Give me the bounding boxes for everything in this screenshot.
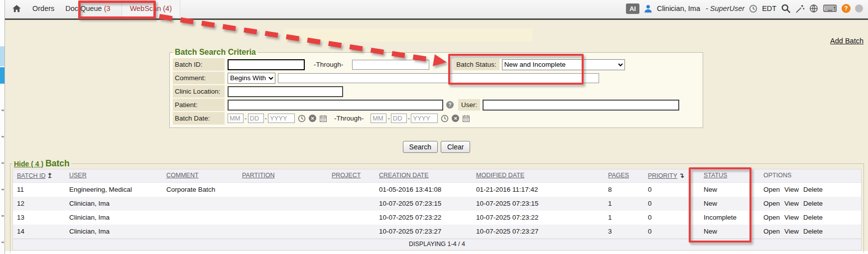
column-label: PAGES bbox=[608, 172, 629, 179]
webscan-label: WebScan bbox=[130, 4, 161, 12]
comment-operator-select[interactable]: Begins With bbox=[228, 73, 275, 84]
view-link[interactable]: View bbox=[784, 200, 799, 207]
comment-input[interactable] bbox=[278, 73, 599, 83]
delete-link[interactable]: Delete bbox=[803, 214, 823, 221]
table-row: 11 Engineering, Medical Corporate Batch … bbox=[13, 183, 861, 197]
globe-icon[interactable] bbox=[809, 4, 818, 13]
cell-user: Clinician, Ima bbox=[65, 225, 162, 239]
cell-comment: Corporate Batch bbox=[162, 183, 238, 197]
open-link[interactable]: Open bbox=[763, 186, 780, 193]
search-button[interactable]: Search bbox=[403, 141, 438, 153]
clear-date-icon[interactable]: ✕ bbox=[452, 115, 459, 122]
date-from-month-input[interactable] bbox=[228, 114, 244, 123]
hide-batch-link[interactable]: Hide ( 4 ) bbox=[14, 160, 43, 168]
column-label: PROJECT bbox=[332, 172, 361, 179]
nav-item-orders[interactable]: Orders bbox=[32, 4, 54, 12]
patient-input[interactable] bbox=[228, 100, 443, 111]
keyboard-icon[interactable]: ⌨ bbox=[823, 3, 837, 13]
batch-id-to-input[interactable] bbox=[352, 60, 429, 70]
nav-item-doc-queue[interactable]: Doc Queue (3 bbox=[65, 4, 110, 12]
doc-queue-label: Doc Queue bbox=[65, 4, 102, 12]
cell-batch-id: 14 bbox=[13, 225, 65, 239]
calendar-icon[interactable] bbox=[319, 115, 327, 123]
column-header-status[interactable]: STATUS bbox=[700, 169, 759, 182]
user-input[interactable] bbox=[483, 100, 679, 111]
column-header-user[interactable]: USER bbox=[65, 169, 162, 182]
date-to-month-input[interactable] bbox=[371, 114, 386, 123]
date-separator: - bbox=[387, 115, 390, 122]
date-to-day-input[interactable] bbox=[391, 114, 407, 123]
cell-status: New bbox=[700, 197, 759, 211]
batch-status-select[interactable]: New and Incomplete bbox=[502, 59, 625, 70]
cell-partition bbox=[238, 211, 328, 225]
view-link[interactable]: View bbox=[784, 214, 799, 221]
batch-id-from-input[interactable] bbox=[228, 59, 305, 70]
clear-date-icon[interactable]: ✕ bbox=[309, 115, 316, 122]
cell-priority: 0 bbox=[644, 211, 700, 225]
comment-content: Begins With bbox=[225, 73, 700, 84]
user-role: - SuperUser bbox=[706, 4, 744, 12]
batch-table: BATCH ID↥ USER COMMENT PARTITION PROJECT… bbox=[12, 169, 862, 251]
cell-priority: 0 bbox=[644, 197, 700, 211]
time-picker-icon[interactable] bbox=[441, 115, 449, 123]
cell-pages: 3 bbox=[604, 225, 644, 239]
time-picker-icon[interactable] bbox=[298, 115, 306, 123]
delete-link[interactable]: Delete bbox=[803, 186, 823, 193]
cell-comment bbox=[162, 225, 238, 239]
table-pagination-footer: DISPLAYING 1-4 / 4 bbox=[13, 239, 861, 250]
date-from-year-input[interactable] bbox=[268, 114, 295, 123]
cell-creation-date: 10-07-2025 07:23:22 bbox=[375, 211, 472, 225]
column-label: COMMENT bbox=[166, 172, 199, 179]
delete-link[interactable]: Delete bbox=[803, 200, 823, 207]
column-header-comment[interactable]: COMMENT bbox=[162, 169, 238, 182]
date-from-day-input[interactable] bbox=[248, 114, 264, 123]
open-link[interactable]: Open bbox=[763, 214, 780, 221]
view-link[interactable]: View bbox=[784, 228, 799, 235]
through-label: -Through- bbox=[314, 61, 343, 68]
left-edge-strip bbox=[0, 0, 5, 254]
batch-search-criteria-panel: Batch Search Criteria Batch ID: -Through… bbox=[169, 48, 703, 128]
patient-help-icon[interactable]: ? bbox=[446, 101, 454, 109]
column-header-priority[interactable]: PRIORITY↴ bbox=[644, 169, 700, 182]
cell-batch-id: 11 bbox=[13, 183, 65, 197]
clinic-location-content bbox=[225, 86, 700, 97]
scroll-indicator-dark[interactable] bbox=[0, 67, 4, 84]
cell-pages: 8 bbox=[604, 183, 644, 197]
clinic-location-input[interactable] bbox=[228, 86, 343, 97]
add-batch-link[interactable]: Add Batch bbox=[830, 37, 864, 45]
home-icon[interactable] bbox=[12, 4, 21, 13]
comment-label: Comment: bbox=[173, 72, 225, 84]
clear-button[interactable]: Clear bbox=[441, 141, 470, 153]
open-link[interactable]: Open bbox=[763, 228, 780, 235]
view-link[interactable]: View bbox=[784, 186, 799, 193]
date-to-year-input[interactable] bbox=[411, 114, 438, 123]
column-header-modified-date[interactable]: MODIFIED DATE bbox=[472, 169, 604, 182]
help-icon[interactable]: ? bbox=[842, 4, 851, 13]
column-header-partition[interactable]: PARTITION bbox=[238, 169, 328, 182]
cell-user: Clinician, Ima bbox=[65, 197, 162, 211]
patient-label: Patient: bbox=[173, 99, 225, 111]
batch-date-row: Batch Date: - - ✕ -Through- bbox=[173, 112, 700, 125]
delete-link[interactable]: Delete bbox=[803, 228, 823, 235]
batch-results-panel: Hide ( 4 )Batch BATCH ID↥ USER COMMENT P… bbox=[10, 158, 864, 253]
calendar-icon[interactable] bbox=[462, 115, 470, 123]
column-label: PRIORITY bbox=[648, 172, 677, 179]
batch-id-label: Batch ID: bbox=[173, 58, 225, 71]
batch-id-row: Batch ID: -Through- Batch Status: New an… bbox=[173, 58, 700, 71]
cell-project bbox=[328, 211, 375, 225]
nav-item-webscan[interactable]: WebScan (4) bbox=[122, 0, 180, 17]
webscan-count: (4) bbox=[163, 4, 172, 12]
search-icon[interactable] bbox=[781, 3, 791, 13]
column-header-project[interactable]: PROJECT bbox=[328, 169, 375, 182]
sort-descending-icon: ↴ bbox=[679, 172, 684, 179]
magic-wand-icon[interactable] bbox=[795, 4, 805, 13]
open-link[interactable]: Open bbox=[763, 200, 780, 207]
column-header-pages[interactable]: PAGES bbox=[604, 169, 644, 182]
cell-status: Incomplete bbox=[700, 211, 759, 225]
column-header-creation-date[interactable]: CREATION DATE bbox=[375, 169, 472, 182]
cell-comment bbox=[162, 211, 238, 225]
column-label: MODIFIED DATE bbox=[476, 172, 524, 179]
column-header-batch-id[interactable]: BATCH ID↥ bbox=[13, 169, 65, 182]
column-label: STATUS bbox=[704, 172, 727, 179]
ai-badge[interactable]: AI bbox=[626, 3, 639, 14]
